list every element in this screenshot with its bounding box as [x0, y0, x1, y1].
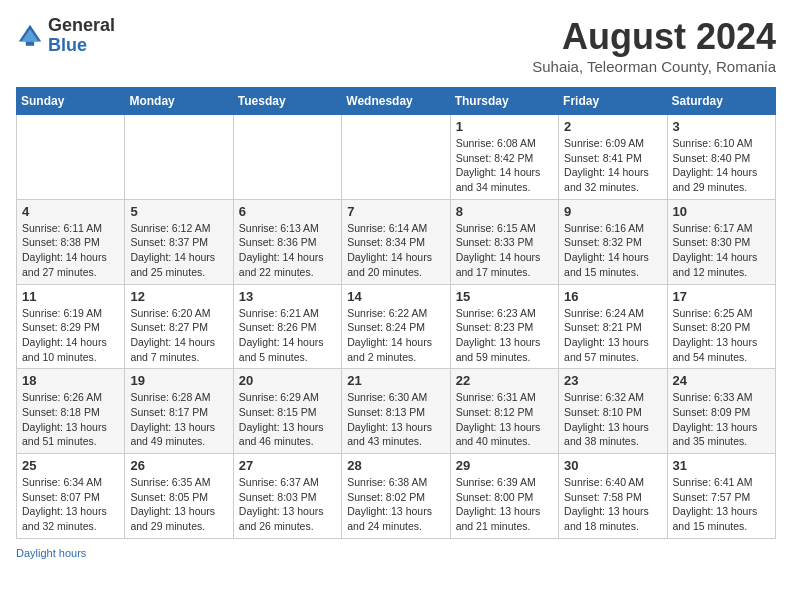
calendar-cell: 23Sunrise: 6:32 AM Sunset: 8:10 PM Dayli…	[559, 369, 667, 454]
day-number: 26	[130, 458, 227, 473]
day-info: Sunrise: 6:13 AM Sunset: 8:36 PM Dayligh…	[239, 221, 336, 280]
calendar-cell: 6Sunrise: 6:13 AM Sunset: 8:36 PM Daylig…	[233, 199, 341, 284]
day-number: 31	[673, 458, 770, 473]
day-info: Sunrise: 6:24 AM Sunset: 8:21 PM Dayligh…	[564, 306, 661, 365]
calendar-cell: 17Sunrise: 6:25 AM Sunset: 8:20 PM Dayli…	[667, 284, 775, 369]
day-info: Sunrise: 6:10 AM Sunset: 8:40 PM Dayligh…	[673, 136, 770, 195]
calendar-week-row: 18Sunrise: 6:26 AM Sunset: 8:18 PM Dayli…	[17, 369, 776, 454]
logo-blue: Blue	[48, 35, 87, 55]
day-info: Sunrise: 6:32 AM Sunset: 8:10 PM Dayligh…	[564, 390, 661, 449]
day-info: Sunrise: 6:30 AM Sunset: 8:13 PM Dayligh…	[347, 390, 444, 449]
day-info: Sunrise: 6:35 AM Sunset: 8:05 PM Dayligh…	[130, 475, 227, 534]
day-info: Sunrise: 6:25 AM Sunset: 8:20 PM Dayligh…	[673, 306, 770, 365]
calendar-week-row: 1Sunrise: 6:08 AM Sunset: 8:42 PM Daylig…	[17, 115, 776, 200]
calendar-cell: 9Sunrise: 6:16 AM Sunset: 8:32 PM Daylig…	[559, 199, 667, 284]
svg-rect-2	[26, 41, 34, 45]
day-info: Sunrise: 6:33 AM Sunset: 8:09 PM Dayligh…	[673, 390, 770, 449]
day-number: 20	[239, 373, 336, 388]
day-number: 7	[347, 204, 444, 219]
day-info: Sunrise: 6:23 AM Sunset: 8:23 PM Dayligh…	[456, 306, 553, 365]
calendar-cell: 25Sunrise: 6:34 AM Sunset: 8:07 PM Dayli…	[17, 454, 125, 539]
day-info: Sunrise: 6:28 AM Sunset: 8:17 PM Dayligh…	[130, 390, 227, 449]
day-number: 1	[456, 119, 553, 134]
calendar-week-row: 4Sunrise: 6:11 AM Sunset: 8:38 PM Daylig…	[17, 199, 776, 284]
day-number: 17	[673, 289, 770, 304]
calendar-cell	[233, 115, 341, 200]
calendar-week-row: 25Sunrise: 6:34 AM Sunset: 8:07 PM Dayli…	[17, 454, 776, 539]
day-number: 4	[22, 204, 119, 219]
day-info: Sunrise: 6:09 AM Sunset: 8:41 PM Dayligh…	[564, 136, 661, 195]
day-info: Sunrise: 6:08 AM Sunset: 8:42 PM Dayligh…	[456, 136, 553, 195]
calendar-cell: 1Sunrise: 6:08 AM Sunset: 8:42 PM Daylig…	[450, 115, 558, 200]
calendar-cell: 2Sunrise: 6:09 AM Sunset: 8:41 PM Daylig…	[559, 115, 667, 200]
title-block: August 2024 Suhaia, Teleorman County, Ro…	[532, 16, 776, 75]
calendar-cell: 27Sunrise: 6:37 AM Sunset: 8:03 PM Dayli…	[233, 454, 341, 539]
day-number: 23	[564, 373, 661, 388]
calendar-cell: 28Sunrise: 6:38 AM Sunset: 8:02 PM Dayli…	[342, 454, 450, 539]
day-number: 22	[456, 373, 553, 388]
calendar-cell: 30Sunrise: 6:40 AM Sunset: 7:58 PM Dayli…	[559, 454, 667, 539]
day-info: Sunrise: 6:12 AM Sunset: 8:37 PM Dayligh…	[130, 221, 227, 280]
day-number: 27	[239, 458, 336, 473]
calendar-cell: 26Sunrise: 6:35 AM Sunset: 8:05 PM Dayli…	[125, 454, 233, 539]
calendar-cell: 19Sunrise: 6:28 AM Sunset: 8:17 PM Dayli…	[125, 369, 233, 454]
page-header: General Blue August 2024 Suhaia, Teleorm…	[16, 16, 776, 75]
day-info: Sunrise: 6:40 AM Sunset: 7:58 PM Dayligh…	[564, 475, 661, 534]
calendar-day-header: Saturday	[667, 88, 775, 115]
day-number: 3	[673, 119, 770, 134]
logo-general: General	[48, 15, 115, 35]
day-info: Sunrise: 6:41 AM Sunset: 7:57 PM Dayligh…	[673, 475, 770, 534]
day-number: 9	[564, 204, 661, 219]
calendar-week-row: 11Sunrise: 6:19 AM Sunset: 8:29 PM Dayli…	[17, 284, 776, 369]
day-number: 21	[347, 373, 444, 388]
day-number: 14	[347, 289, 444, 304]
day-info: Sunrise: 6:22 AM Sunset: 8:24 PM Dayligh…	[347, 306, 444, 365]
day-number: 10	[673, 204, 770, 219]
daylight-hours-label: Daylight hours	[16, 547, 86, 559]
calendar-cell	[342, 115, 450, 200]
day-info: Sunrise: 6:21 AM Sunset: 8:26 PM Dayligh…	[239, 306, 336, 365]
day-number: 8	[456, 204, 553, 219]
calendar-cell	[125, 115, 233, 200]
day-info: Sunrise: 6:11 AM Sunset: 8:38 PM Dayligh…	[22, 221, 119, 280]
calendar-cell: 8Sunrise: 6:15 AM Sunset: 8:33 PM Daylig…	[450, 199, 558, 284]
day-number: 5	[130, 204, 227, 219]
calendar-cell: 18Sunrise: 6:26 AM Sunset: 8:18 PM Dayli…	[17, 369, 125, 454]
day-number: 16	[564, 289, 661, 304]
calendar-table: SundayMondayTuesdayWednesdayThursdayFrid…	[16, 87, 776, 539]
calendar-cell: 31Sunrise: 6:41 AM Sunset: 7:57 PM Dayli…	[667, 454, 775, 539]
day-info: Sunrise: 6:31 AM Sunset: 8:12 PM Dayligh…	[456, 390, 553, 449]
calendar-cell: 13Sunrise: 6:21 AM Sunset: 8:26 PM Dayli…	[233, 284, 341, 369]
day-number: 2	[564, 119, 661, 134]
calendar-day-header: Sunday	[17, 88, 125, 115]
day-info: Sunrise: 6:39 AM Sunset: 8:00 PM Dayligh…	[456, 475, 553, 534]
calendar-day-header: Wednesday	[342, 88, 450, 115]
day-info: Sunrise: 6:38 AM Sunset: 8:02 PM Dayligh…	[347, 475, 444, 534]
calendar-cell: 20Sunrise: 6:29 AM Sunset: 8:15 PM Dayli…	[233, 369, 341, 454]
calendar-cell: 24Sunrise: 6:33 AM Sunset: 8:09 PM Dayli…	[667, 369, 775, 454]
day-number: 24	[673, 373, 770, 388]
day-number: 11	[22, 289, 119, 304]
day-info: Sunrise: 6:16 AM Sunset: 8:32 PM Dayligh…	[564, 221, 661, 280]
day-info: Sunrise: 6:15 AM Sunset: 8:33 PM Dayligh…	[456, 221, 553, 280]
day-number: 6	[239, 204, 336, 219]
day-info: Sunrise: 6:17 AM Sunset: 8:30 PM Dayligh…	[673, 221, 770, 280]
day-info: Sunrise: 6:20 AM Sunset: 8:27 PM Dayligh…	[130, 306, 227, 365]
day-number: 18	[22, 373, 119, 388]
calendar-cell: 4Sunrise: 6:11 AM Sunset: 8:38 PM Daylig…	[17, 199, 125, 284]
day-number: 19	[130, 373, 227, 388]
footer-note: Daylight hours	[16, 547, 776, 559]
day-number: 15	[456, 289, 553, 304]
calendar-cell: 22Sunrise: 6:31 AM Sunset: 8:12 PM Dayli…	[450, 369, 558, 454]
calendar-cell: 10Sunrise: 6:17 AM Sunset: 8:30 PM Dayli…	[667, 199, 775, 284]
day-info: Sunrise: 6:37 AM Sunset: 8:03 PM Dayligh…	[239, 475, 336, 534]
day-number: 25	[22, 458, 119, 473]
day-number: 30	[564, 458, 661, 473]
calendar-cell: 11Sunrise: 6:19 AM Sunset: 8:29 PM Dayli…	[17, 284, 125, 369]
calendar-cell: 7Sunrise: 6:14 AM Sunset: 8:34 PM Daylig…	[342, 199, 450, 284]
day-number: 28	[347, 458, 444, 473]
logo-icon	[16, 22, 44, 50]
calendar-header-row: SundayMondayTuesdayWednesdayThursdayFrid…	[17, 88, 776, 115]
calendar-cell: 15Sunrise: 6:23 AM Sunset: 8:23 PM Dayli…	[450, 284, 558, 369]
calendar-day-header: Thursday	[450, 88, 558, 115]
